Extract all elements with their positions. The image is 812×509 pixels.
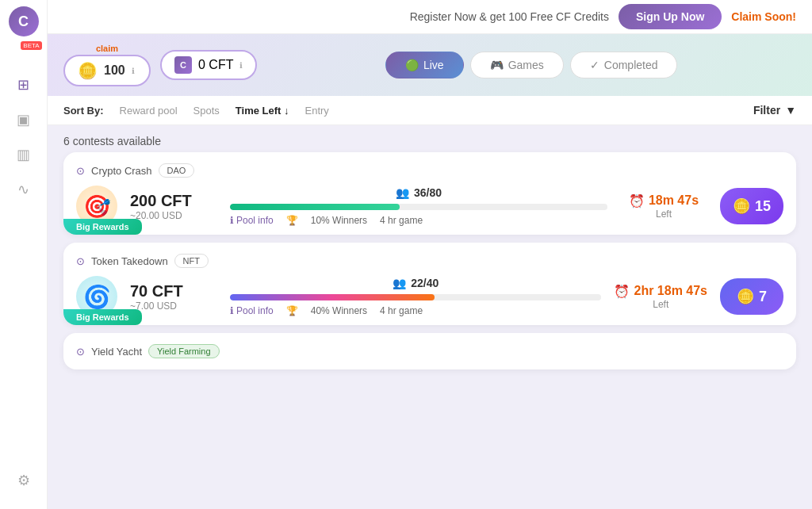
yield-yacht-title: Yield Yacht <box>91 346 142 358</box>
games-icon: 🎮 <box>490 59 504 71</box>
amount-cft-token-takedown: 70 CFT <box>130 282 217 300</box>
sidebar-item-settings[interactable]: ⚙ <box>10 466 38 495</box>
entry-button-crypto-crash[interactable]: 🪙 15 <box>720 188 783 224</box>
sort-row: Sort By: Reward pool Spots Time Left ↓ E… <box>48 96 812 125</box>
spots-text-token-takedown: 22/40 <box>411 277 439 289</box>
spots-text-crypto-crash: 36/80 <box>414 186 442 199</box>
time-value-token-takedown: ⏰ 2hr 18m 47s <box>614 284 707 299</box>
contest-icon-token-takedown: ⊙ <box>76 255 85 267</box>
progress-info-token-takedown: ℹ Pool info 🏆 40% Winners 4 hr game <box>230 305 601 316</box>
claim-soon-text: Claim Soon! <box>731 10 796 23</box>
card-progress-token-takedown: 👥 22/40 ℹ Pool info 🏆 40% Winners 4 hr g… <box>230 277 601 316</box>
winners-icon-crypto-crash: 🏆 <box>286 215 298 226</box>
card-body-token-takedown: 🌀 70 CFT ~7.00 USD 👥 22/40 ℹ Pool info <box>76 276 783 317</box>
contest-badge-token-takedown: NFT <box>174 254 209 268</box>
card-body-crypto-crash: 🎯 200 CFT ~20.00 USD 👥 36/80 ℹ Pool info <box>76 186 783 227</box>
filter-icon: ▼ <box>785 104 796 117</box>
cft-pill[interactable]: C 0 CFT ℹ <box>160 50 257 80</box>
contest-title-token-takedown: Token Takedown <box>91 255 168 267</box>
contests-list: ⊙ Crypto Crash DAO 🎯 200 CFT ~20.00 USD … <box>48 152 812 369</box>
amount-cft-crypto-crash: 200 CFT <box>130 192 217 210</box>
sidebar: C BETA ⊞ ▣ ▥ ∿ ⚙ <box>0 0 48 509</box>
info-icon-cft[interactable]: ℹ <box>239 61 243 70</box>
cf-credits-amount: 100 <box>104 63 125 78</box>
card-progress-crypto-crash: 👥 36/80 ℹ Pool info 🏆 10% Winners 4 hr g… <box>230 186 607 226</box>
entry-amount-crypto-crash: 15 <box>755 198 771 215</box>
sidebar-item-wallet[interactable]: ▣ <box>10 105 38 134</box>
winners-text-token-takedown: 40% Winners <box>311 305 367 316</box>
clock-icon-token-takedown: ⏰ <box>614 284 630 299</box>
cft-logo-icon: C <box>174 56 192 74</box>
contest-card-token-takedown: ⊙ Token Takedown NFT 🌀 70 CFT ~7.00 USD … <box>63 243 796 325</box>
sidebar-item-charts[interactable]: ▥ <box>10 140 38 169</box>
filter-button[interactable]: Filter ▼ <box>753 104 796 117</box>
winners-text-crypto-crash: 10% Winners <box>311 215 367 226</box>
cf-credits-pill[interactable]: 🪙 100 ℹ <box>63 55 151 86</box>
card-header-crypto-crash: ⊙ Crypto Crash DAO <box>76 163 783 178</box>
banner-register-text: Register Now & get 100 Free CF Credits <box>410 10 609 23</box>
pool-info-link-crypto-crash[interactable]: ℹ Pool info <box>230 215 274 226</box>
completed-icon: ✓ <box>590 59 599 71</box>
yield-yacht-badge: Yield Farming <box>148 344 219 358</box>
progress-bar-bg-crypto-crash <box>230 204 607 210</box>
contest-badge-crypto-crash: DAO <box>159 163 195 178</box>
clock-icon-crypto-crash: ⏰ <box>629 193 645 209</box>
contest-card-yield-yacht: ⊙ Yield Yacht Yield Farming <box>63 333 796 369</box>
card-amount-token-takedown: 70 CFT ~7.00 USD <box>130 282 217 312</box>
sign-up-button[interactable]: Sign Up Now <box>619 4 722 29</box>
contests-count: 6 contests available <box>48 125 812 152</box>
game-label-crypto-crash: 4 hr game <box>380 215 423 226</box>
progress-bar-fill-token-takedown <box>230 294 435 300</box>
card-header-token-takedown: ⊙ Token Takedown NFT <box>76 254 783 268</box>
spots-icon-crypto-crash: 👥 <box>396 186 409 199</box>
winners-icon-token-takedown: 🏆 <box>286 305 298 316</box>
app-logo: C <box>9 6 39 36</box>
contest-tabs: 🟢 Live 🎮 Games ✓ Completed <box>266 52 796 78</box>
token-bar: claim 🪙 100 ℹ C 0 CFT ℹ 🟢 Live 🎮 Games ✓ <box>48 34 812 96</box>
big-rewards-ribbon-crypto-crash: Big Rewards <box>63 219 142 235</box>
game-label-token-takedown: 4 hr game <box>380 305 423 316</box>
progress-bar-bg-token-takedown <box>230 294 601 300</box>
sort-spots[interactable]: Spots <box>193 105 220 117</box>
spots-icon-token-takedown: 👥 <box>393 277 406 289</box>
beta-badge: BETA <box>21 41 41 50</box>
sort-entry[interactable]: Entry <box>304 105 328 117</box>
tab-live[interactable]: 🟢 Live <box>385 52 464 78</box>
time-section-crypto-crash: ⏰ 18m 47s Left <box>620 193 707 220</box>
tab-games[interactable]: 🎮 Games <box>470 52 564 78</box>
coin-icon: 🪙 <box>78 61 98 80</box>
sort-time-left[interactable]: Time Left ↓ <box>236 105 289 117</box>
big-rewards-ribbon-token-takedown: Big Rewards <box>63 309 142 325</box>
yield-yacht-header: ⊙ Yield Yacht Yield Farming <box>76 344 783 358</box>
time-label-token-takedown: Left <box>614 299 707 310</box>
sidebar-item-dashboard[interactable]: ⊞ <box>10 71 38 99</box>
contest-icon-crypto-crash: ⊙ <box>76 165 85 177</box>
amount-usd-crypto-crash: ~20.00 USD <box>130 210 217 221</box>
progress-bar-fill-crypto-crash <box>230 204 400 210</box>
progress-info-crypto-crash: ℹ Pool info 🏆 10% Winners 4 hr game <box>230 215 607 226</box>
entry-button-token-takedown[interactable]: 🪙 7 <box>720 278 783 315</box>
cft-amount: 0 CFT <box>198 58 233 72</box>
card-amount-crypto-crash: 200 CFT ~20.00 USD <box>130 192 217 221</box>
time-label-crypto-crash: Left <box>620 209 707 220</box>
contest-title-crypto-crash: Crypto Crash <box>91 165 152 177</box>
contest-card-crypto-crash: ⊙ Crypto Crash DAO 🎯 200 CFT ~20.00 USD … <box>63 152 796 235</box>
sidebar-item-activity[interactable]: ∿ <box>10 175 38 204</box>
info-icon-cf[interactable]: ℹ <box>132 67 135 75</box>
amount-usd-token-takedown: ~7.00 USD <box>130 300 217 312</box>
sort-by-label: Sort By: <box>63 105 104 117</box>
sort-reward-pool[interactable]: Reward pool <box>120 105 178 117</box>
coin-icon-btn-token-takedown: 🪙 <box>737 288 754 305</box>
time-section-token-takedown: ⏰ 2hr 18m 47s Left <box>614 284 707 310</box>
live-icon: 🟢 <box>405 59 419 71</box>
top-banner: Register Now & get 100 Free CF Credits S… <box>0 0 812 34</box>
pool-info-link-token-takedown[interactable]: ℹ Pool info <box>230 305 274 316</box>
time-value-crypto-crash: ⏰ 18m 47s <box>620 193 707 209</box>
yield-yacht-title-icon: ⊙ <box>76 346 85 358</box>
filter-label: Filter <box>753 104 780 117</box>
main-content: claim 🪙 100 ℹ C 0 CFT ℹ 🟢 Live 🎮 Games ✓ <box>48 34 812 509</box>
tab-completed[interactable]: ✓ Completed <box>570 52 678 78</box>
coin-icon-btn-crypto-crash: 🪙 <box>733 197 750 215</box>
claim-label: claim <box>96 44 118 53</box>
entry-amount-token-takedown: 7 <box>759 289 767 305</box>
